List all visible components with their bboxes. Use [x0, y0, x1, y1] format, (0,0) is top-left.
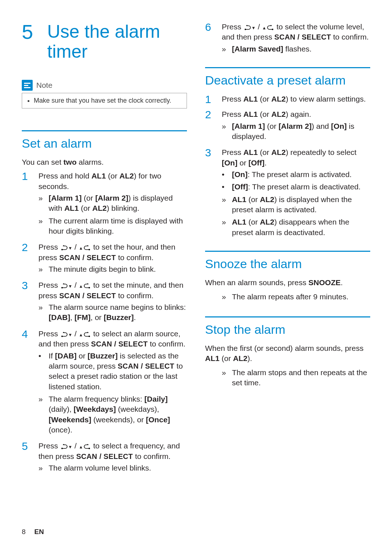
- bullet-icon: [222, 182, 228, 192]
- section-rule: [22, 130, 187, 131]
- scan-select-label: SCAN / SELECT: [274, 33, 331, 41]
- bullet-icon: [222, 169, 228, 180]
- section-title: Set an alarm: [22, 136, 187, 151]
- section-rule: [205, 251, 370, 252]
- result-arrow-icon: [222, 194, 228, 215]
- set-alarm-continued: 6 Press ▼ / ▲ to select the volume level…: [205, 22, 370, 56]
- note-label: Note: [36, 81, 52, 90]
- result-arrow-icon: [222, 292, 228, 302]
- preset-down-icon: [60, 245, 68, 250]
- stop-text: When the first (or second) alarm sounds,…: [205, 343, 370, 364]
- result-arrow-icon: [38, 394, 44, 435]
- page-footer: 8 EN: [22, 528, 44, 536]
- preset-up-icon: [83, 444, 91, 449]
- step-6: 6 Press ▼ / ▲ to select the volume level…: [205, 22, 370, 56]
- snooze-text: When an alarm sounds, press SNOOZE.: [205, 278, 370, 288]
- preset-down-icon: [60, 444, 68, 449]
- result-arrow-icon: [38, 463, 44, 473]
- step-4: 4 Press ▼ / ▲ to select an alarm source,…: [22, 329, 187, 437]
- result-arrow-icon: [38, 302, 44, 323]
- result-arrow-icon: [222, 44, 228, 54]
- preset-down-icon: [60, 283, 68, 288]
- note-bullet: Make sure that you have set the clock co…: [34, 97, 181, 104]
- scan-select-label: SCAN / SELECT: [76, 452, 133, 460]
- language-code: EN: [34, 528, 44, 536]
- section-snooze: Snooze the alarm When an alarm sounds, p…: [205, 251, 370, 302]
- scan-select-label: SCAN / SELECT: [118, 362, 174, 370]
- chapter-title: Use the alarm timer: [47, 22, 187, 62]
- deact-step-2: 2 Press AL1 (or AL2) again. [Alarm 1] (o…: [205, 109, 370, 144]
- result-arrow-icon: [38, 193, 44, 214]
- section-title: Deactivate a preset alarm: [205, 73, 370, 87]
- step-5: 5 Press ▼ / ▲ to select a frequency, and…: [22, 441, 187, 475]
- preset-up-icon: [83, 245, 91, 250]
- section-stop: Stop the alarm When the first (or second…: [205, 316, 370, 388]
- result-arrow-icon: [38, 216, 44, 237]
- bullet-icon: [38, 351, 44, 392]
- result-arrow-icon: [222, 217, 228, 238]
- note-box: Make sure that you have set the clock co…: [22, 93, 187, 108]
- page-number: 8: [22, 528, 26, 536]
- deact-step-1: 1 Press AL1 (or AL2) to view alarm setti…: [205, 94, 370, 106]
- deact-step-3: 3 Press AL1 (or AL2) repeatedly to selec…: [205, 147, 370, 240]
- chapter-number: 5: [22, 22, 36, 42]
- scan-select-label: SCAN / SELECT: [59, 292, 116, 300]
- intro-text: You can set two alarms.: [22, 157, 187, 167]
- section-set-alarm: Set an alarm You can set two alarms. 1 P…: [22, 130, 187, 475]
- section-rule: [205, 67, 370, 68]
- note-block: Note Make sure that you have set the clo…: [22, 80, 187, 108]
- preset-up-icon: [83, 283, 91, 288]
- section-title: Stop the alarm: [205, 323, 370, 337]
- chapter-heading: 5 Use the alarm timer: [22, 22, 187, 62]
- preset-up-icon: [266, 25, 274, 30]
- result-arrow-icon: [222, 121, 228, 142]
- preset-down-icon: [60, 332, 68, 337]
- note-icon: [22, 80, 33, 91]
- scan-select-label: SCAN / SELECT: [59, 254, 116, 262]
- step-2: 2 Press ▼ / ▲ to set the hour, and then …: [22, 242, 187, 276]
- step-3: 3 Press ▼ / ▲ to set the minute, and the…: [22, 280, 187, 325]
- preset-down-icon: [244, 25, 252, 30]
- section-deactivate: Deactivate a preset alarm 1 Press AL1 (o…: [205, 67, 370, 240]
- preset-up-icon: [83, 332, 91, 337]
- scan-select-label: SCAN / SELECT: [91, 340, 148, 348]
- step-1: 1 Press and hold AL1 (or AL2) for two se…: [22, 171, 187, 238]
- result-arrow-icon: [222, 368, 228, 388]
- section-title: Snooze the alarm: [205, 257, 370, 271]
- section-rule: [205, 316, 370, 317]
- result-arrow-icon: [38, 264, 44, 274]
